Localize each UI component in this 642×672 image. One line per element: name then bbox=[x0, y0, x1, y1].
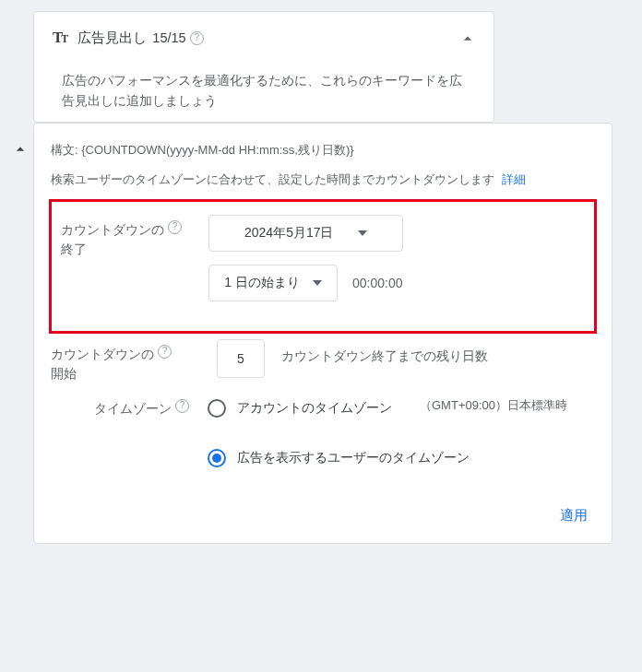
countdown-start-label: カウントダウンの ? 開始 bbox=[51, 339, 198, 384]
apply-button[interactable]: 適用 bbox=[553, 501, 595, 530]
countdown-panel: 構文: {COUNTDOWN(yyyy-MM-dd HH:mm:ss,残り日数)… bbox=[33, 123, 612, 544]
syntax-line: 構文: {COUNTDOWN(yyyy-MM-dd HH:mm:ss,残り日数)… bbox=[51, 142, 595, 159]
help-icon[interactable]: ? bbox=[168, 220, 182, 234]
radio-account-label: アカウントのタイムゾーン bbox=[237, 397, 392, 418]
optimization-description: 広告のパフォーマンスを最適化するために、これらのキーワードを広告見出しに追加しま… bbox=[34, 54, 493, 122]
highlighted-end-section: カウントダウンの ? 終了 2024年5月17日 1 日の始まり bbox=[49, 199, 597, 334]
countdown-start-label-a: カウントダウンの bbox=[51, 345, 154, 365]
chevron-up-icon bbox=[11, 140, 30, 159]
text-tt-icon: TT bbox=[53, 29, 66, 47]
headline-count: 15/15 bbox=[152, 30, 185, 45]
countdown-end-label-a: カウントダウンの bbox=[61, 220, 164, 241]
timezone-label: タイムゾーン ? bbox=[51, 397, 198, 419]
end-time-value: 00:00:00 bbox=[352, 276, 403, 290]
day-start-select[interactable]: 1 日の始まり bbox=[208, 265, 338, 301]
help-icon[interactable]: ? bbox=[175, 399, 189, 413]
start-days-hint: カウントダウン終了までの残り日数 bbox=[281, 339, 488, 365]
radio-account-timezone[interactable]: アカウントのタイムゾーン （GMT+09:00）日本標準時 bbox=[208, 397, 595, 418]
start-days-value: 5 bbox=[237, 351, 244, 366]
help-icon[interactable]: ? bbox=[158, 345, 172, 359]
dropdown-icon bbox=[358, 230, 367, 236]
start-days-input[interactable]: 5 bbox=[217, 339, 265, 378]
countdown-end-label: カウントダウンの ? 終了 bbox=[61, 215, 208, 260]
explainer-line: 検索ユーザーのタイムゾーンに合わせて、設定した時間までカウントダウンします 詳細 bbox=[51, 170, 595, 190]
help-icon[interactable]: ? bbox=[190, 31, 204, 45]
chevron-up-icon bbox=[458, 29, 477, 48]
dropdown-icon bbox=[313, 280, 322, 286]
outer-collapse-caret[interactable] bbox=[7, 11, 33, 159]
collapse-button[interactable] bbox=[458, 29, 475, 46]
end-date-select[interactable]: 2024年5月17日 bbox=[208, 215, 403, 252]
card-title: 広告見出し bbox=[77, 29, 147, 47]
radio-user-timezone[interactable]: 広告を表示するユーザーのタイムゾーン bbox=[208, 447, 595, 467]
headline-card: TT 広告見出し 15/15 ? 広告のパフォーマンスを最適化するために、これら… bbox=[33, 11, 494, 123]
account-timezone-extra: （GMT+09:00）日本標準時 bbox=[420, 397, 567, 414]
explainer-text: 検索ユーザーのタイムゾーンに合わせて、設定した時間までカウントダウンします bbox=[51, 172, 494, 186]
day-start-value: 1 日の始まり bbox=[224, 275, 300, 291]
radio-unchecked-icon bbox=[208, 399, 226, 418]
countdown-end-label-b: 終了 bbox=[61, 240, 87, 260]
timezone-label-text: タイムゾーン bbox=[94, 399, 172, 419]
radio-user-label: 広告を表示するユーザーのタイムゾーン bbox=[237, 447, 470, 467]
details-link[interactable]: 詳細 bbox=[502, 172, 526, 186]
radio-checked-icon bbox=[208, 449, 226, 467]
end-date-value: 2024年5月17日 bbox=[244, 225, 334, 242]
countdown-start-label-b: 開始 bbox=[51, 364, 77, 384]
